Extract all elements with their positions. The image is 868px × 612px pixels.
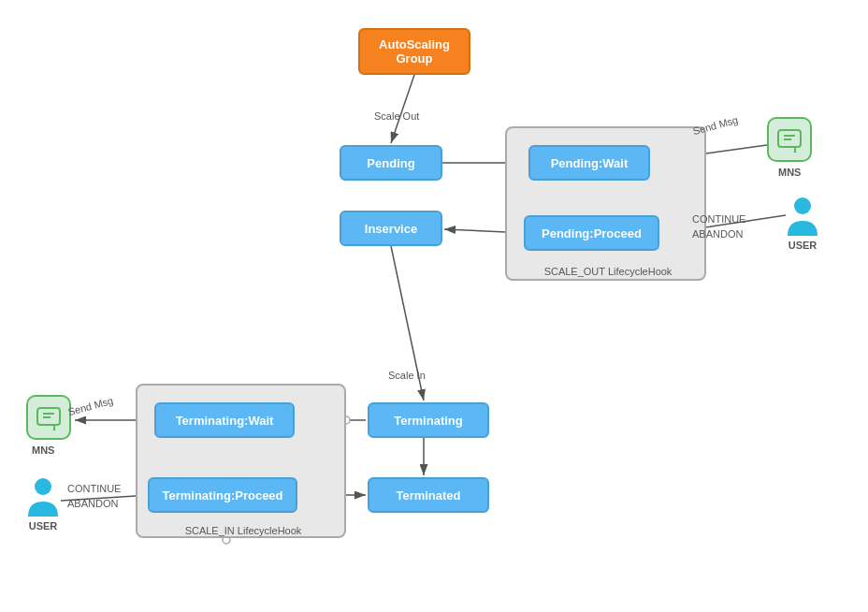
svg-line-1: [391, 75, 414, 143]
terminating-node: Terminating: [368, 402, 489, 438]
continue-left-label: CONTINUE: [67, 483, 121, 494]
autoscaling-group-node: AutoScaling Group: [358, 28, 470, 75]
user-top-icon: USER: [786, 197, 819, 251]
arrows-svg: [0, 0, 868, 612]
mns-left-label: MNS: [32, 444, 54, 456]
scale-in-label: SCALE_IN LifecycleHook: [173, 524, 313, 538]
abandon-left-label: ABANDON: [67, 498, 118, 509]
abandon-top-label: ABANDON: [692, 228, 743, 240]
svg-point-29: [52, 430, 56, 430]
user-top-symbol: [786, 197, 819, 238]
send-msg-left-label: Send Msg: [66, 395, 114, 417]
mns-left-icon: [26, 395, 71, 440]
send-msg-top-label: Send Msg: [691, 114, 739, 137]
mns-top-label: MNS: [778, 167, 801, 178]
scale-out-label: SCALE_OUT LifecycleHook: [538, 265, 678, 279]
user-left-icon: USER: [26, 477, 60, 532]
scale-in-arrow-label: Scale In: [388, 370, 426, 381]
user-left-symbol: [26, 477, 60, 518]
terminating-wait-node: Terminating:Wait: [154, 402, 295, 438]
svg-point-24: [794, 197, 811, 214]
inservice-node: Inservice: [340, 211, 442, 246]
terminated-node: Terminated: [368, 477, 489, 513]
continue-top-label: CONTINUE: [692, 213, 745, 225]
scale-out-arrow-label: Scale Out: [374, 110, 419, 122]
terminating-proceed-node: Terminating:Proceed: [148, 477, 297, 513]
mns-left-symbol: [36, 404, 62, 430]
diagram: SCALE_OUT LifecycleHook SCALE_IN Lifecyc…: [0, 0, 868, 612]
pending-node: Pending: [340, 145, 442, 181]
pending-wait-node: Pending:Wait: [528, 145, 650, 181]
mns-top-icon: [767, 117, 812, 162]
svg-point-23: [793, 152, 797, 153]
pending-proceed-node: Pending:Proceed: [524, 215, 659, 251]
mns-top-symbol: [776, 126, 803, 153]
svg-point-30: [35, 478, 51, 495]
